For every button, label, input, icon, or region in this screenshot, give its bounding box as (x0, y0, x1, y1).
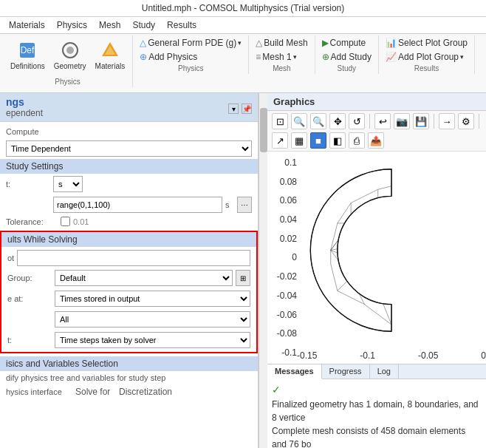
svg-line-68 (385, 264, 405, 271)
menu-materials[interactable]: Materials (3, 18, 51, 32)
axis-options-button[interactable]: ⚙ (458, 113, 474, 129)
camera-button[interactable]: 📷 (394, 113, 410, 129)
add-plot-icon: 📈 (386, 52, 397, 62)
add-study-button[interactable]: ⊕ Add Study (320, 51, 374, 63)
plot-row: ot (1, 248, 256, 268)
mesh1-button[interactable]: ≡ Mesh 1 ▾ (253, 51, 309, 63)
svg-line-22 (351, 264, 364, 277)
svg-line-19 (405, 284, 432, 297)
main-area: ngs ependent ▾ 📌 Compute Time Dependent … (0, 93, 486, 448)
compute-text: Compute (6, 127, 39, 136)
left-panel-header: ngs ependent ▾ 📌 (0, 93, 258, 122)
add-physics-button[interactable]: ⊕ Add Physics (137, 51, 244, 63)
menu-study[interactable]: Study (126, 18, 161, 32)
y-axis-val-3: 0.06 (273, 195, 297, 206)
svg-line-57 (364, 264, 377, 291)
type-select[interactable]: Time Dependent (6, 140, 252, 157)
times-unit-select[interactable]: s (53, 176, 83, 192)
group-select[interactable]: Default (55, 270, 233, 286)
geometry-label: Geometry (54, 62, 86, 71)
menu-mesh[interactable]: Mesh (93, 18, 126, 32)
results-section-body: ot Group: Default ⊞ e at: Times stored i (1, 247, 256, 352)
x-axis-val-4: 0 (481, 350, 486, 361)
scroll-thumb[interactable] (260, 108, 267, 152)
axis-x-button[interactable]: → (439, 113, 455, 129)
add-plot-label: Add Plot Group (398, 52, 459, 62)
evaluate-row: e at: Times stored in output (1, 288, 256, 309)
svg-line-36 (459, 217, 472, 251)
add-plot-group-button[interactable]: 📈 Add Plot Group ▾ (383, 51, 470, 63)
progress-tab[interactable]: Progress (322, 364, 370, 379)
panel-title: ngs (6, 96, 43, 108)
add-physics-label: Add Physics (148, 52, 197, 62)
probes-select[interactable]: All (55, 311, 250, 327)
mesh-triangles (331, 183, 473, 325)
general-form-pde-button[interactable]: △ General Form PDE (g) ▾ (137, 37, 244, 49)
ribbon-group-definitions: Def Definitions Geometry (3, 35, 133, 87)
materials-label: Materials (95, 62, 126, 71)
log-tab[interactable]: Log (370, 364, 399, 379)
transparent-button[interactable]: ◧ (329, 132, 346, 149)
zoom-out-button[interactable]: 🔍 (310, 113, 326, 129)
menu-physics[interactable]: Physics (51, 18, 93, 32)
pin-button[interactable]: 📌 (242, 103, 252, 114)
select-plot-group-button[interactable]: 📊 Select Plot Group (383, 37, 470, 49)
svg-line-42 (419, 305, 446, 318)
plot-label: ot (7, 254, 14, 262)
group-row: Group: Default ⊞ (1, 268, 256, 288)
y-axis-val-10: -0.08 (273, 328, 297, 339)
materials-button[interactable]: Materials (92, 37, 129, 72)
definitions-button[interactable]: Def Definitions (7, 37, 48, 72)
compute-ribbon-button[interactable]: ▶ Compute (320, 37, 374, 49)
plot-input[interactable] (17, 250, 250, 266)
svg-line-60 (385, 230, 405, 243)
y-axis: 0.1 0.08 0.06 0.04 0.02 0 -0.02 -0.04 -0… (273, 152, 297, 364)
collapse-button[interactable]: ▾ (228, 103, 239, 114)
shaded-button[interactable]: ■ (310, 132, 326, 149)
tolerance-checkbox[interactable] (61, 217, 70, 226)
menu-bar: Materials Physics Mesh Study Results (0, 17, 486, 34)
group-label: Group: (7, 274, 52, 282)
wireframe-button[interactable]: ▦ (291, 132, 307, 149)
evaluate-select[interactable]: Times stored in output (55, 291, 250, 307)
graphics-header: Graphics (267, 93, 486, 111)
print-button[interactable]: ⎙ (349, 132, 365, 149)
messages-tab[interactable]: Messages (267, 364, 322, 379)
select-button[interactable]: ↗ (272, 132, 288, 149)
svg-line-28 (351, 189, 378, 203)
zoom-in-button[interactable]: 🔍 (291, 113, 307, 129)
output-select[interactable]: Time steps taken by solver (55, 332, 250, 348)
y-axis-val-6: 0 (273, 252, 297, 262)
title-text: Untitled.mph - COMSOL Multiphysics (Tria… (142, 3, 345, 13)
svg-line-21 (364, 264, 377, 291)
undo-button[interactable]: ↩ (374, 113, 391, 129)
save-image-button[interactable]: 💾 (413, 113, 429, 129)
definitions-label: Definitions (10, 62, 45, 71)
group-button[interactable]: ⊞ (236, 270, 250, 286)
pan-button[interactable]: ✥ (329, 113, 346, 129)
svg-line-65 (385, 264, 405, 271)
svg-line-35 (452, 217, 459, 237)
menu-results[interactable]: Results (161, 18, 202, 32)
physics-section-header: isics and Variables Selection (0, 356, 258, 371)
physics-group-bottom-label: Physics (137, 64, 244, 72)
y-axis-val-4: 0.04 (273, 214, 297, 225)
svg-line-11 (364, 210, 377, 244)
scroll-indicator[interactable] (259, 93, 267, 448)
orbit-button[interactable]: ↺ (349, 113, 365, 129)
svg-line-59 (364, 223, 384, 243)
geometry-button[interactable]: Geometry (51, 37, 89, 72)
svg-line-9 (351, 210, 378, 223)
general-form-icon: △ (140, 38, 146, 48)
range-input[interactable] (53, 197, 222, 213)
evaluate-label: e at: (7, 294, 52, 303)
mesh1-label: Mesh 1 (262, 52, 291, 62)
zoom-extents-button[interactable]: ⊡ (272, 113, 288, 129)
svg-line-44 (391, 318, 419, 325)
physics-interface-row: hysics interface Solve for Discretizatio… (0, 384, 258, 399)
range-button[interactable]: ⋯ (237, 197, 252, 213)
build-mesh-button[interactable]: △ Build Mesh (253, 37, 309, 49)
title-bar: Untitled.mph - COMSOL Multiphysics (Tria… (0, 0, 486, 17)
export-button[interactable]: 📤 (368, 132, 384, 149)
add-physics-icon: ⊕ (140, 52, 147, 62)
